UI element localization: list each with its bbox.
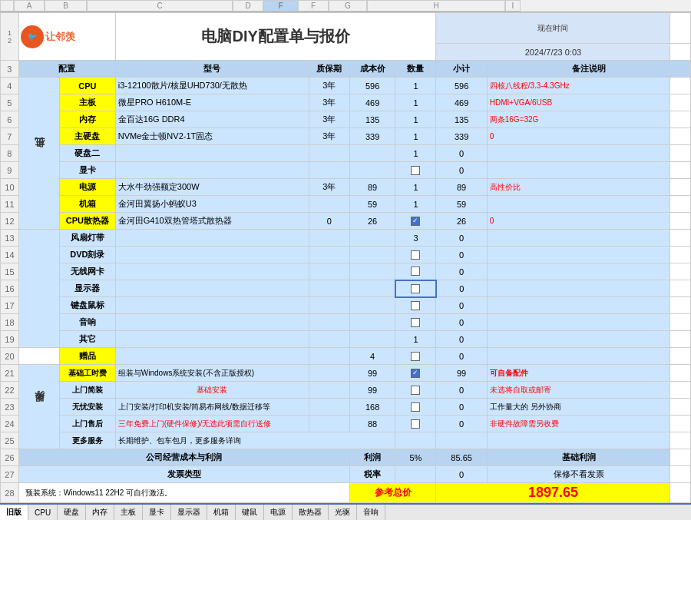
company-cost-label: 公司经营成本与利润 xyxy=(18,449,349,466)
item-case-model: 金河田翼扬小蚂蚁U3 xyxy=(115,196,309,213)
logo: 🐦 让邻羡 xyxy=(21,25,114,48)
item-hdd2-subtotal: 0 xyxy=(436,145,487,162)
item-cooler-qty-cb[interactable] xyxy=(395,213,436,230)
tab-cooler[interactable]: 散热器 xyxy=(293,504,329,520)
item-full-install-model: 上门安装/打印机安装/简易布网线/数据迁移等 xyxy=(115,399,309,416)
item-psu-subtotal: 89 xyxy=(436,179,487,196)
item-full-install-note: 工作量大的 另外协商 xyxy=(487,399,670,416)
item-gpu-subtotal: 0 xyxy=(436,162,487,179)
item-aftersale-label: 上门售后 xyxy=(59,416,115,432)
section-label-main: 主机 xyxy=(18,78,59,230)
item-ram-qty: 1 xyxy=(395,111,436,128)
item-cpu-subtotal: 596 xyxy=(436,78,487,94)
item-aftersale-model: 三年免费上门(硬件保修)/无选此项需自行送修 xyxy=(115,416,309,432)
tab-hdd[interactable]: 硬盘 xyxy=(58,504,86,520)
item-full-install-subtotal: 0 xyxy=(436,399,487,416)
profit-note: 基础利润 xyxy=(487,449,670,466)
item-cpu-note: 四核八线程/3.3-4.3GHz xyxy=(487,78,670,94)
item-keyboard-label: 键盘鼠标 xyxy=(59,297,115,314)
item-cpu-label: CPU xyxy=(59,78,115,94)
item-psu-cost: 89 xyxy=(349,179,395,196)
tab-ram[interactable]: 内存 xyxy=(86,504,114,520)
item-speaker-qty-cb[interactable] xyxy=(395,314,436,331)
tab-dvd[interactable]: 光驱 xyxy=(329,504,357,520)
item-gift-qty-cb[interactable] xyxy=(395,348,436,365)
item-cpu-qty: 1 xyxy=(395,78,436,94)
item-mainboard-warranty: 3年 xyxy=(309,94,349,111)
item-keyboard-subtotal: 0 xyxy=(436,297,487,314)
item-aftersale-qty-cb[interactable] xyxy=(395,416,436,432)
item-cooler-label: CPU散热器 xyxy=(59,213,115,230)
tab-cpu[interactable]: CPU xyxy=(28,504,58,520)
item-ram-warranty: 3年 xyxy=(309,111,349,128)
tabs-bar: 旧版 CPU 硬盘 内存 主板 显卡 显示器 机箱 键鼠 电源 散热器 光驱 音… xyxy=(0,503,691,520)
item-wifi-qty-cb[interactable] xyxy=(395,263,436,280)
item-full-install-qty-cb[interactable] xyxy=(395,399,436,416)
item-psu-warranty: 3年 xyxy=(309,179,349,196)
item-cooler-model: 金河田G410双热管塔式散热器 xyxy=(115,213,309,230)
datetime-label: 现在时间 xyxy=(438,23,667,34)
item-labor-qty-cb[interactable] xyxy=(395,365,436,382)
item-hdd-model: NVMe金士顿NV2-1T固态 xyxy=(115,128,309,145)
tab-case[interactable]: 机箱 xyxy=(207,504,236,520)
item-hdd-note: 0 xyxy=(487,128,670,145)
item-wifi-label: 无线网卡 xyxy=(59,263,115,280)
item-cooler-note: 0 xyxy=(487,213,670,230)
item-case-qty: 1 xyxy=(395,196,436,213)
item-hdd-cost: 339 xyxy=(349,128,395,145)
col-header-note: 备注说明 xyxy=(487,61,690,78)
item-hdd2-label: 硬盘二 xyxy=(59,145,115,162)
tab-monitor[interactable]: 显示器 xyxy=(171,504,207,520)
item-gpu-qty-cb[interactable] xyxy=(395,162,436,179)
col-header-qty: 数量 xyxy=(395,61,436,78)
item-dvd-qty-cb[interactable] xyxy=(395,247,436,263)
item-hdd-subtotal: 339 xyxy=(436,128,487,145)
tab-keyboard[interactable]: 键鼠 xyxy=(236,504,264,520)
item-full-install-cost: 168 xyxy=(349,399,395,416)
item-psu-note: 高性价比 xyxy=(487,179,670,196)
item-hdd-warranty: 3年 xyxy=(309,128,349,145)
item-simple-install-model: 基础安装 xyxy=(115,382,309,399)
item-gift-cost: 4 xyxy=(349,348,395,365)
item-mainboard-qty: 1 xyxy=(395,94,436,111)
item-monitor-qty-cb[interactable] xyxy=(395,280,436,297)
item-ram-model: 金百达16G DDR4 xyxy=(115,111,309,128)
item-case-subtotal: 59 xyxy=(436,196,487,213)
tab-old-version[interactable]: 旧版 xyxy=(0,503,28,520)
item-speaker-label: 音响 xyxy=(59,314,115,331)
tab-psu[interactable]: 电源 xyxy=(264,504,293,520)
item-fanled-label: 风扇灯带 xyxy=(59,230,115,247)
item-mainboard-note: HDMI+VGA/6USB xyxy=(487,94,670,111)
item-ram-label: 内存 xyxy=(59,111,115,128)
invoice-label: 发票类型 xyxy=(18,466,349,483)
item-cooler-warranty: 0 xyxy=(309,213,349,230)
tab-mainboard[interactable]: 主板 xyxy=(114,504,143,520)
item-labor-subtotal: 99 xyxy=(436,365,487,382)
item-mainboard-subtotal: 469 xyxy=(436,94,487,111)
item-ram-subtotal: 135 xyxy=(436,111,487,128)
item-fanled-subtotal: 0 xyxy=(436,230,487,247)
item-dvd-label: DVD刻录 xyxy=(59,247,115,263)
item-case-cost: 59 xyxy=(349,196,395,213)
item-mainboard-cost: 469 xyxy=(349,94,395,111)
item-simple-install-qty-cb[interactable] xyxy=(395,382,436,399)
item-gift-label: 赠品 xyxy=(59,348,115,365)
tab-gpu[interactable]: 显卡 xyxy=(143,504,171,520)
item-speaker-subtotal: 0 xyxy=(436,314,487,331)
item-gift-subtotal: 0 xyxy=(436,348,487,365)
section-label-service: 服务 xyxy=(18,365,59,449)
total-value: 1897.65 xyxy=(436,483,670,503)
main-title: 电脑DIY配置单与报价 xyxy=(201,28,349,45)
item-other-subtotal: 0 xyxy=(436,331,487,348)
item-gpu-label: 显卡 xyxy=(59,162,115,179)
tab-speaker[interactable]: 音响 xyxy=(357,504,385,520)
item-simple-install-cost: 99 xyxy=(349,382,395,399)
col-header-cost: 成本价 xyxy=(349,61,395,78)
item-case-label: 机箱 xyxy=(59,196,115,213)
item-simple-install-label: 上门简装 xyxy=(59,382,115,399)
system-note: 预装系统：Windows11 22H2 可自行激活。 xyxy=(18,483,349,503)
item-labor-note: 可自备配件 xyxy=(487,365,670,382)
item-other-label: 其它 xyxy=(59,331,115,348)
item-keyboard-qty-cb[interactable] xyxy=(395,297,436,314)
col-header-warranty: 质保期 xyxy=(309,61,349,78)
